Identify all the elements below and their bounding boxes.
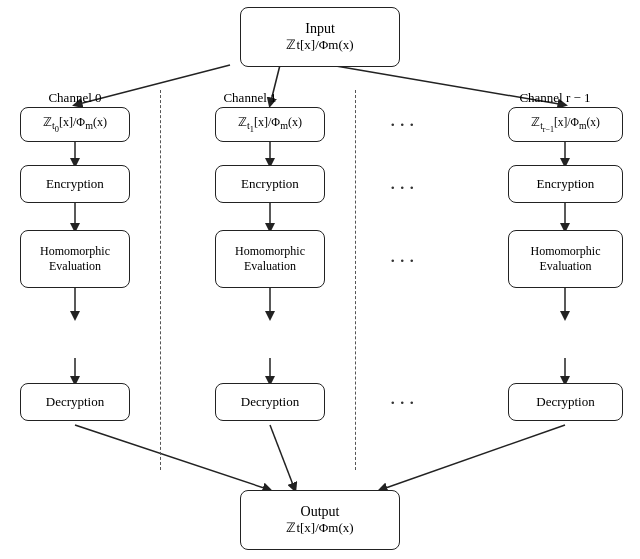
svg-line-17 [380, 425, 565, 490]
ch1-encryption-box: Encryption [215, 165, 325, 203]
ch1-ring: ℤt1[x]/Φm(x) [238, 115, 302, 134]
dashed-line-2 [355, 90, 356, 470]
ch0-encryption: Encryption [46, 176, 104, 192]
dots-ring: ··· [390, 112, 419, 138]
input-label: Input [286, 21, 353, 37]
input-math: ℤt[x]/Φm(x) [286, 37, 353, 53]
chr1-encryption: Encryption [537, 176, 595, 192]
ch0-decryption: Decryption [46, 394, 104, 410]
chr1-homomorphic-box: Homomorphic Evaluation [508, 230, 623, 288]
ch0-homomorphic: Homomorphic Evaluation [21, 244, 129, 274]
chr1-homomorphic: Homomorphic Evaluation [509, 244, 622, 274]
output-label: Output [286, 504, 353, 520]
ch1-homomorphic-box: Homomorphic Evaluation [215, 230, 325, 288]
diagram: Input ℤt[x]/Φm(x) Channel 0 Channel 1 Ch… [0, 0, 640, 559]
channel-0-label: Channel 0 [25, 90, 125, 106]
ch1-decryption: Decryption [241, 394, 299, 410]
chr1-ring: ℤtr−1[x]/Φm(x) [531, 115, 600, 134]
ch0-homomorphic-box: Homomorphic Evaluation [20, 230, 130, 288]
ch0-ring: ℤt0[x]/Φm(x) [43, 115, 107, 134]
dots-decryption: ··· [390, 390, 419, 416]
chr1-encryption-box: Encryption [508, 165, 623, 203]
channel-1-label: Channel 1 [200, 90, 300, 106]
chr1-ring-box: ℤtr−1[x]/Φm(x) [508, 107, 623, 142]
chr1-decryption-box: Decryption [508, 383, 623, 421]
ch0-decryption-box: Decryption [20, 383, 130, 421]
ch0-encryption-box: Encryption [20, 165, 130, 203]
ch1-homomorphic: Homomorphic Evaluation [216, 244, 324, 274]
output-math: ℤt[x]/Φm(x) [286, 520, 353, 536]
svg-line-16 [270, 425, 295, 490]
ch0-ring-box: ℤt0[x]/Φm(x) [20, 107, 130, 142]
svg-line-15 [75, 425, 270, 490]
dashed-line-1 [160, 90, 161, 470]
input-box: Input ℤt[x]/Φm(x) [240, 7, 400, 67]
channel-r1-label: Channel r − 1 [490, 90, 620, 106]
dots-homomorphic: ··· [390, 248, 419, 274]
ch1-ring-box: ℤt1[x]/Φm(x) [215, 107, 325, 142]
ch1-decryption-box: Decryption [215, 383, 325, 421]
dots-encryption: ··· [390, 175, 419, 201]
chr1-decryption: Decryption [536, 394, 594, 410]
output-box: Output ℤt[x]/Φm(x) [240, 490, 400, 550]
ch1-encryption: Encryption [241, 176, 299, 192]
